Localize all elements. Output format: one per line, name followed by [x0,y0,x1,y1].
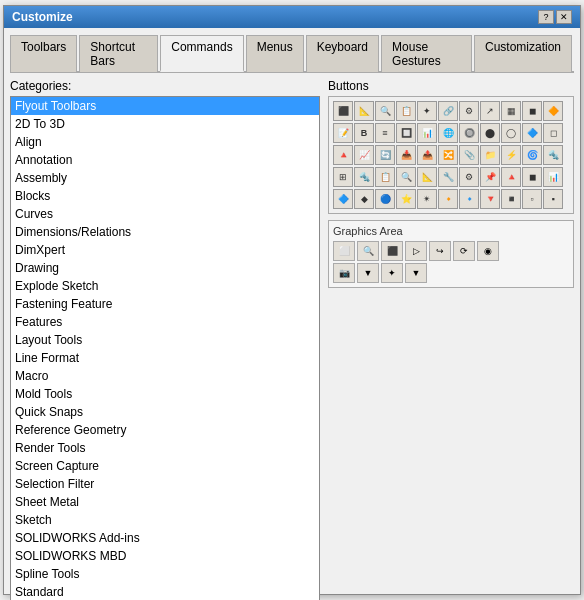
toolbar-button[interactable]: 📐 [354,101,374,121]
close-btn[interactable]: ✕ [556,10,572,24]
ga-button[interactable]: ▷ [405,241,427,261]
list-item[interactable]: Explode Sketch [11,277,319,295]
list-item[interactable]: Flyout Toolbars [11,97,319,115]
list-item[interactable]: Spline Tools [11,565,319,583]
ga-button[interactable]: ▼ [405,263,427,283]
list-item[interactable]: Annotation [11,151,319,169]
toolbar-button[interactable]: 🔗 [438,101,458,121]
list-item[interactable]: Macro [11,367,319,385]
toolbar-button[interactable]: 🔩 [354,167,374,187]
list-item[interactable]: Selection Filter [11,475,319,493]
list-item[interactable]: Line Format [11,349,319,367]
ga-button[interactable]: ⟳ [453,241,475,261]
list-item[interactable]: Sheet Metal [11,493,319,511]
toolbar-button[interactable]: ◯ [501,123,521,143]
ga-button[interactable]: ⬜ [333,241,355,261]
toolbar-button[interactable]: 📊 [543,167,563,187]
tab-toolbars[interactable]: Toolbars [10,35,77,72]
toolbar-button[interactable]: 📝 [333,123,353,143]
tab-commands[interactable]: Commands [160,35,243,72]
ga-button[interactable]: ◉ [477,241,499,261]
toolbar-button[interactable]: 🔸 [438,189,458,209]
tab-keyboard[interactable]: Keyboard [306,35,379,72]
toolbar-button[interactable]: 🔷 [522,123,542,143]
list-item[interactable]: Blocks [11,187,319,205]
toolbar-button[interactable]: ◻ [543,123,563,143]
toolbar-button[interactable]: B [354,123,374,143]
list-item[interactable]: Assembly [11,169,319,187]
ga-button[interactable]: 📷 [333,263,355,283]
toolbar-button[interactable]: 📊 [417,123,437,143]
list-item[interactable]: DimXpert [11,241,319,259]
toolbar-button[interactable]: 🔩 [543,145,563,165]
toolbar-button[interactable]: ▦ [501,101,521,121]
list-item[interactable]: SOLIDWORKS Add-ins [11,529,319,547]
toolbar-button[interactable]: ⭐ [396,189,416,209]
ga-button[interactable]: ✦ [381,263,403,283]
list-item[interactable]: Layout Tools [11,331,319,349]
toolbar-button[interactable]: 🔄 [375,145,395,165]
toolbar-button[interactable]: 🔺 [333,145,353,165]
list-item[interactable]: Standard [11,583,319,600]
toolbar-button[interactable]: ◼ [522,101,542,121]
list-item[interactable]: Drawing [11,259,319,277]
toolbar-button[interactable]: 🔵 [375,189,395,209]
toolbar-button[interactable]: ◾ [501,189,521,209]
toolbar-button[interactable]: 📐 [417,167,437,187]
list-item[interactable]: Align [11,133,319,151]
toolbar-button[interactable]: 📌 [480,167,500,187]
toolbar-button[interactable]: ◆ [354,189,374,209]
toolbar-button[interactable]: ⚙ [459,101,479,121]
ga-button[interactable]: 🔍 [357,241,379,261]
toolbar-button[interactable]: 🔶 [543,101,563,121]
toolbar-button[interactable]: 🔻 [480,189,500,209]
list-item[interactable]: Features [11,313,319,331]
categories-list-scroll[interactable]: Flyout Toolbars 2D To 3D Align Annotatio… [11,97,319,600]
ga-button[interactable]: ↪ [429,241,451,261]
toolbar-button[interactable]: ↗ [480,101,500,121]
list-item[interactable]: Mold Tools [11,385,319,403]
tab-customization[interactable]: Customization [474,35,572,72]
toolbar-button[interactable]: ◼ [522,167,542,187]
tab-mouse-gestures[interactable]: Mouse Gestures [381,35,472,72]
list-item[interactable]: Render Tools [11,439,319,457]
toolbar-button[interactable]: ≡ [375,123,395,143]
toolbar-button[interactable]: 🔘 [459,123,479,143]
toolbar-button[interactable]: 📈 [354,145,374,165]
toolbar-button[interactable]: 🔍 [396,167,416,187]
toolbar-button[interactable]: 📥 [396,145,416,165]
toolbar-button[interactable]: 📁 [480,145,500,165]
toolbar-button[interactable]: 📋 [375,167,395,187]
toolbar-button[interactable]: 🔲 [396,123,416,143]
toolbar-button[interactable]: ✦ [417,101,437,121]
list-item[interactable]: Screen Capture [11,457,319,475]
tab-shortcut-bars[interactable]: Shortcut Bars [79,35,158,72]
list-item[interactable]: Fastening Feature [11,295,319,313]
ga-button[interactable]: ⬛ [381,241,403,261]
toolbar-button[interactable]: ▪ [543,189,563,209]
list-item[interactable]: Curves [11,205,319,223]
toolbar-button[interactable]: 🔺 [501,167,521,187]
toolbar-button[interactable]: 🔀 [438,145,458,165]
list-item[interactable]: SOLIDWORKS MBD [11,547,319,565]
toolbar-button[interactable]: 🌐 [438,123,458,143]
toolbar-button[interactable]: ⚙ [459,167,479,187]
toolbar-button[interactable]: 🔷 [333,189,353,209]
toolbar-button[interactable]: 🌀 [522,145,542,165]
toolbar-button[interactable]: ⚡ [501,145,521,165]
toolbar-button[interactable]: ⊞ [333,167,353,187]
toolbar-button[interactable]: 🔧 [438,167,458,187]
list-item[interactable]: Dimensions/Relations [11,223,319,241]
toolbar-button[interactable]: ✴ [417,189,437,209]
tab-menus[interactable]: Menus [246,35,304,72]
list-item[interactable]: 2D To 3D [11,115,319,133]
list-item[interactable]: Sketch [11,511,319,529]
toolbar-button[interactable]: ⬛ [333,101,353,121]
ga-button[interactable]: ▼ [357,263,379,283]
toolbar-button[interactable]: 📋 [396,101,416,121]
list-item[interactable]: Reference Geometry [11,421,319,439]
toolbar-button[interactable]: 📤 [417,145,437,165]
toolbar-button[interactable]: ▫ [522,189,542,209]
help-btn[interactable]: ? [538,10,554,24]
toolbar-button[interactable]: 📎 [459,145,479,165]
